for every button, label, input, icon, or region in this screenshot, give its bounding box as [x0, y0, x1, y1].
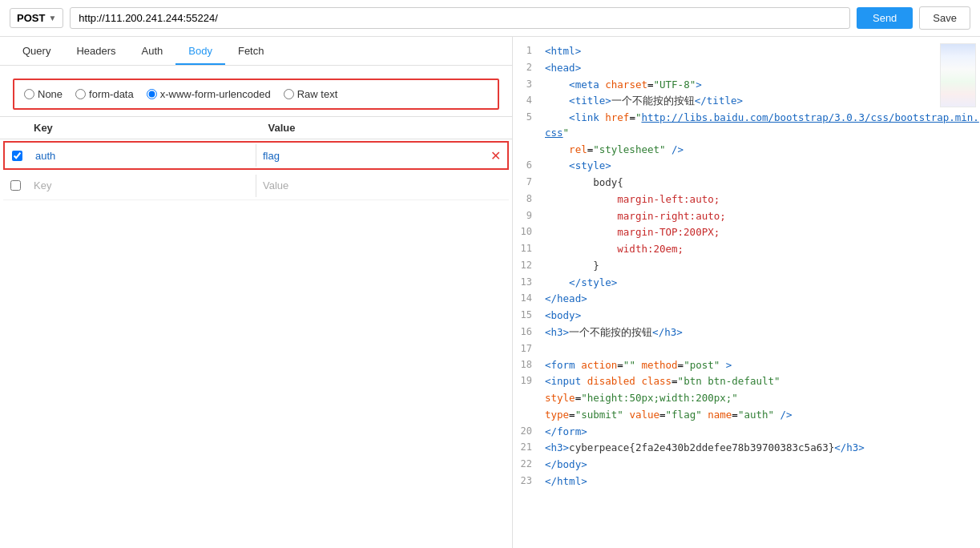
- send-button[interactable]: Send: [857, 7, 913, 29]
- line-number: 21: [513, 441, 545, 453]
- code-line: 9 margin-right:auto;: [513, 208, 980, 225]
- code-line: 6 <style>: [513, 158, 980, 175]
- tab-headers[interactable]: Headers: [63, 37, 128, 65]
- code-line: 5 <link href="http://libs.baidu.com/boot…: [513, 110, 980, 142]
- line-number: 8: [513, 192, 545, 204]
- line-number: 16: [513, 325, 545, 337]
- line-number: 17: [513, 342, 545, 354]
- value-column-header: Value: [268, 122, 503, 134]
- line-number: 2: [513, 61, 545, 73]
- code-line: 10 margin-TOP:200PX;: [513, 224, 980, 241]
- kv-value-0: [256, 147, 483, 165]
- code-line: rel="stylesheet" />: [513, 142, 980, 159]
- line-content: body{: [545, 175, 980, 191]
- line-content: </style>: [545, 276, 980, 291]
- line-number: 19: [513, 374, 545, 386]
- line-content: }: [545, 259, 980, 274]
- code-line: 21<h3>cyberpeace{2fa2e430b2ddefee78b3970…: [513, 440, 980, 457]
- line-number: 22: [513, 457, 545, 469]
- line-content: <body>: [545, 308, 980, 324]
- radio-urlencoded[interactable]: x-www-form-urlencoded: [147, 88, 271, 100]
- method-label: POST: [17, 12, 45, 24]
- code-line: 16<h3>一个不能按的按钮</h3>: [513, 324, 980, 341]
- url-input[interactable]: [70, 7, 850, 29]
- code-lines: 1<html>2<head>3 <meta charset="UTF-8">4 …: [513, 43, 980, 490]
- code-line: 19<input disabled class="btn btn-default…: [513, 373, 980, 390]
- right-panel: 1<html>2<head>3 <meta charset="UTF-8">4 …: [513, 37, 980, 548]
- code-line: 11 width:20em;: [513, 241, 980, 258]
- minimap: [940, 43, 980, 107]
- tab-fetch[interactable]: Fetch: [225, 37, 277, 65]
- line-content: </html>: [545, 474, 980, 490]
- body-options: None form-data x-www-form-urlencoded Raw…: [13, 79, 499, 110]
- line-number: 14: [513, 292, 545, 304]
- code-line: type="submit" value="flag" name="auth" /…: [513, 407, 980, 424]
- line-content: <h3>一个不能按的按钮</h3>: [545, 325, 980, 340]
- code-line: 12 }: [513, 258, 980, 275]
- line-content: style="height:50px;width:200px;": [545, 391, 980, 406]
- form-data-label: form-data: [89, 88, 134, 100]
- code-line: 18<form action="" method="post" >: [513, 357, 980, 374]
- line-number: 15: [513, 308, 545, 320]
- line-number: [513, 143, 545, 143]
- line-number: 7: [513, 175, 545, 187]
- code-line: style="height:50px;width:200px;": [513, 390, 980, 407]
- code-line: 17: [513, 341, 980, 357]
- radio-form-data[interactable]: form-data: [75, 88, 134, 100]
- tab-body[interactable]: Body: [175, 37, 225, 65]
- code-line: 2<head>: [513, 60, 980, 77]
- line-number: 23: [513, 474, 545, 486]
- line-content: <meta charset="UTF-8">: [545, 78, 980, 93]
- radio-raw-text[interactable]: Raw text: [284, 88, 338, 100]
- line-content: </body>: [545, 457, 980, 473]
- kv-delete-0[interactable]: ✕: [483, 148, 507, 163]
- kv-key-empty: [27, 176, 256, 195]
- code-line: 14</head>: [513, 291, 980, 308]
- line-number: [513, 408, 545, 409]
- code-line: 3 <meta charset="UTF-8">: [513, 77, 980, 94]
- tab-auth[interactable]: Auth: [129, 37, 176, 65]
- line-content: margin-TOP:200PX;: [545, 225, 980, 240]
- kv-value-input-0[interactable]: [263, 150, 477, 162]
- line-number: 12: [513, 259, 545, 271]
- kv-value-input-empty[interactable]: [263, 179, 478, 191]
- line-number: 20: [513, 425, 545, 437]
- method-select[interactable]: POST ▼: [10, 8, 63, 28]
- kv-checkbox-empty[interactable]: [3, 180, 27, 191]
- line-content: margin-left:auto;: [545, 192, 980, 208]
- code-line: 7 body{: [513, 175, 980, 191]
- key-column-header: Key: [34, 122, 268, 134]
- code-line: 4 <title>一个不能按的按钮</title>: [513, 93, 980, 110]
- top-bar: POST ▼ Send Save: [0, 0, 980, 37]
- line-number: 1: [513, 44, 545, 56]
- raw-text-label: Raw text: [297, 88, 338, 100]
- line-number: 10: [513, 225, 545, 237]
- line-content: </head>: [545, 292, 980, 307]
- code-line: 13 </style>: [513, 275, 980, 292]
- minimap-inner: [940, 43, 976, 107]
- kv-key-input-empty[interactable]: [34, 179, 249, 191]
- code-line: 8 margin-left:auto;: [513, 191, 980, 208]
- line-content: <input disabled class="btn btn-default": [545, 374, 980, 389]
- line-content: <link href="http://libs.baidu.com/bootst…: [545, 111, 980, 141]
- line-number: 6: [513, 159, 545, 171]
- kv-checkbox-0[interactable]: [5, 151, 29, 161]
- tabs-bar: Query Headers Auth Body Fetch: [0, 37, 512, 66]
- line-content: <style>: [545, 159, 980, 174]
- line-content: width:20em;: [545, 242, 980, 257]
- line-content: rel="stylesheet" />: [545, 143, 980, 158]
- line-content: <title>一个不能按的按钮</title>: [545, 94, 980, 109]
- chevron-down-icon: ▼: [48, 14, 56, 22]
- line-content: <head>: [545, 61, 980, 76]
- line-number: 13: [513, 276, 545, 288]
- kv-key-input-0[interactable]: [35, 150, 249, 162]
- radio-none[interactable]: None: [24, 88, 63, 100]
- code-line: 20</form>: [513, 424, 980, 441]
- save-button[interactable]: Save: [919, 6, 970, 30]
- tab-query[interactable]: Query: [10, 37, 63, 65]
- main-layout: Query Headers Auth Body Fetch None form-…: [0, 37, 980, 548]
- line-content: margin-right:auto;: [545, 209, 980, 224]
- line-content: type="submit" value="flag" name="auth" /…: [545, 408, 980, 423]
- line-number: [513, 391, 545, 392]
- line-content: </form>: [545, 425, 980, 440]
